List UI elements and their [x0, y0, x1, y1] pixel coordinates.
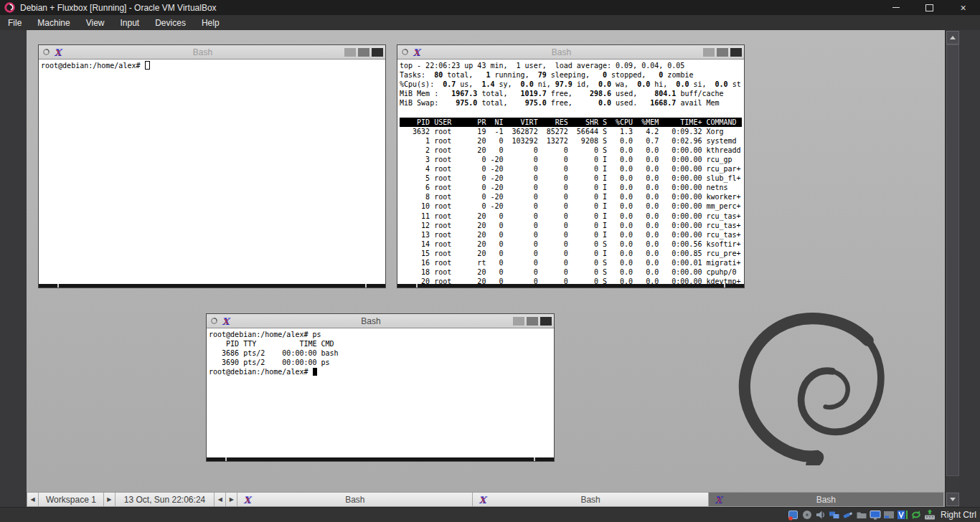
taskbar-task-2[interactable]: XXBash	[473, 493, 708, 506]
top-summary-line: top - 22:06:23 up 43 min, 1 user, load a…	[400, 61, 742, 70]
prev-window-button[interactable]: ◀	[215, 493, 226, 506]
close-window-button[interactable]	[730, 48, 742, 57]
top-summary-line: Tasks: 80 total, 1 running, 79 sleeping,…	[400, 70, 742, 80]
workspace-label[interactable]: Workspace 1	[39, 493, 104, 506]
shared-folders-icon[interactable]	[856, 509, 867, 521]
vbox-menubar: File Machine View Input Devices Help	[0, 15, 980, 31]
menu-help[interactable]: Help	[194, 16, 227, 30]
process-row: 16 root rt 0 0 0 0 S 0.0 0.0 0:00.01 mig…	[400, 258, 742, 267]
process-row: 15 root 20 0 0 0 0 I 0.0 0.0 0:00.85 rcu…	[400, 249, 742, 258]
scrollbar-thumb[interactable]	[946, 44, 959, 476]
scroll-down-button[interactable]	[946, 493, 959, 506]
iconify-button[interactable]	[513, 317, 524, 326]
process-row: 6 root 0 -20 0 0 0 I 0.0 0.0 0:00.00 net…	[400, 183, 742, 192]
terminal-ps-content[interactable]: root@debian:/home/alex# ps PID TTY TIME …	[207, 328, 554, 457]
text-cursor	[313, 368, 317, 376]
optical-drives-icon[interactable]	[801, 509, 813, 521]
terminal-left-titlebar[interactable]: X X Bash	[39, 45, 385, 60]
process-row: 4 root 0 -20 0 0 0 I 0.0 0.0 0:00.00 rcu…	[400, 164, 742, 174]
recording-icon[interactable]	[883, 509, 895, 521]
window-menu-icon[interactable]	[401, 48, 409, 56]
xterm-icon: X X	[411, 47, 422, 57]
close-window-button[interactable]	[372, 48, 383, 57]
iconify-button[interactable]	[344, 48, 356, 57]
taskbar-task-3[interactable]: XXBash	[709, 493, 944, 506]
arrow-down-icon	[950, 498, 956, 501]
top-summary-line: MiB Mem : 1967.3 total, 1019.7 free, 298…	[400, 89, 742, 98]
menu-input[interactable]: Input	[113, 16, 148, 30]
features-icon[interactable]	[897, 509, 908, 521]
svg-text:X: X	[56, 49, 61, 57]
next-workspace-button[interactable]: ▶	[104, 493, 116, 506]
keyboard-icon[interactable]	[924, 509, 936, 521]
task-label: Bash	[237, 495, 472, 505]
menu-file[interactable]: File	[0, 16, 29, 30]
task-label: Bash	[473, 495, 707, 505]
window-resize-handle[interactable]	[39, 284, 385, 288]
prev-workspace-button[interactable]: ◀	[27, 493, 39, 506]
ps-table-header: PID TTY TIME CMD	[209, 339, 552, 348]
vbox-window-title: Debian + Fluxbox [Running] - Oracle VM V…	[20, 3, 217, 13]
display-icon[interactable]	[870, 509, 881, 521]
restore-icon	[925, 4, 933, 11]
terminal-window-ps: X X Bash root@debian:/home/alex# ps PID …	[206, 313, 555, 462]
vm-vertical-scrollbar[interactable]	[945, 30, 959, 507]
process-row: 2 root 20 0 0 0 0 S 0.0 0.0 0:00.00 kthr…	[400, 146, 742, 155]
terminal-window-left: X X Bash root@debian:/home/alex#	[38, 44, 386, 288]
svg-text:X: X	[224, 318, 229, 326]
process-row: 1 root 20 0 103292 13272 9208 S 0.0 0.7 …	[400, 136, 742, 146]
terminal-top-title: Bash	[422, 47, 701, 57]
window-menu-icon[interactable]	[210, 317, 218, 325]
process-row: 8 root 0 -20 0 0 0 I 0.0 0.0 0:00.00 kwo…	[400, 192, 742, 201]
hard-disks-icon[interactable]	[788, 509, 799, 521]
process-row: 13 root 20 0 0 0 0 I 0.0 0.0 0:00.00 rcu…	[400, 230, 742, 239]
menu-machine[interactable]: Machine	[29, 16, 77, 30]
terminal-ps-title: Bash	[231, 316, 511, 326]
close-button[interactable]: ×	[946, 0, 980, 15]
maximize-button[interactable]	[358, 48, 369, 57]
terminal-top-titlebar[interactable]: X X Bash	[397, 45, 744, 60]
scroll-up-button[interactable]	[946, 31, 959, 44]
window-menu-icon[interactable]	[42, 48, 50, 56]
process-row: 12 root 20 0 0 0 0 I 0.0 0.0 0:00.00 rcu…	[400, 221, 742, 230]
maximize-button[interactable]	[527, 317, 538, 326]
process-table-header: PID USER PR NI VIRT RES SHR S %CPU %MEM …	[400, 118, 742, 127]
next-window-button[interactable]: ▶	[226, 493, 237, 506]
terminal-top-content[interactable]: top - 22:06:23 up 43 min, 1 user, load a…	[397, 60, 744, 284]
process-row: 11 root 20 0 0 0 0 I 0.0 0.0 0:00.00 rcu…	[400, 212, 742, 221]
window-resize-handle[interactable]	[207, 457, 554, 461]
window-resize-handle[interactable]	[397, 284, 744, 288]
taskbar-task-1[interactable]: XXBash	[237, 493, 473, 506]
terminal-ps-titlebar[interactable]: X X Bash	[207, 314, 554, 328]
maximize-button[interactable]	[717, 48, 728, 57]
restore-button[interactable]	[913, 0, 946, 15]
process-row: 3 root 0 -20 0 0 0 I 0.0 0.0 0:00.00 rcu…	[400, 155, 742, 164]
vm-viewport: X X Bash root@debian:/home/alex#	[0, 30, 980, 507]
svg-text:X: X	[415, 49, 420, 57]
ps-row: 3686 pts/2 00:00:00 bash	[209, 348, 552, 358]
ps-row: 3690 pts/2 00:00:00 ps	[209, 358, 552, 367]
process-row: 10 root 0 -20 0 0 0 I 0.0 0.0 0:00.00 mm…	[400, 201, 742, 211]
taskbar-clock: 13 Oct, Sun 22:06:24	[116, 493, 215, 506]
fluxbox-taskbar: ◀ Workspace 1 ▶ 13 Oct, Sun 22:06:24 ◀ ▶…	[27, 492, 945, 507]
process-row: 3632 root 19 -1 362872 85272 56644 S 1.3…	[400, 127, 742, 136]
terminal-left-title: Bash	[63, 47, 342, 57]
guest-desktop: X X Bash root@debian:/home/alex#	[27, 30, 945, 507]
minimize-button[interactable]	[879, 0, 913, 15]
mouse-integration-icon[interactable]	[910, 509, 922, 521]
vbox-titlebar: Debian + Fluxbox [Running] - Oracle VM V…	[0, 0, 980, 15]
menu-view[interactable]: View	[78, 16, 113, 30]
xterm-icon: X X	[52, 47, 63, 57]
debian-swirl-logo	[737, 311, 891, 465]
iconify-button[interactable]	[703, 48, 715, 57]
network-icon[interactable]	[829, 509, 840, 521]
process-row: 18 root 20 0 0 0 0 S 0.0 0.0 0:00.00 cpu…	[400, 267, 742, 277]
task-label: Bash	[709, 495, 943, 505]
terminal-left-content[interactable]: root@debian:/home/alex#	[39, 60, 385, 284]
usb-icon[interactable]	[842, 509, 854, 521]
terminal-line	[400, 108, 742, 117]
close-window-button[interactable]	[540, 317, 552, 326]
prompt-line: root@debian:/home/alex# ps	[209, 330, 552, 339]
menu-devices[interactable]: Devices	[147, 16, 194, 30]
audio-icon[interactable]	[815, 509, 826, 521]
